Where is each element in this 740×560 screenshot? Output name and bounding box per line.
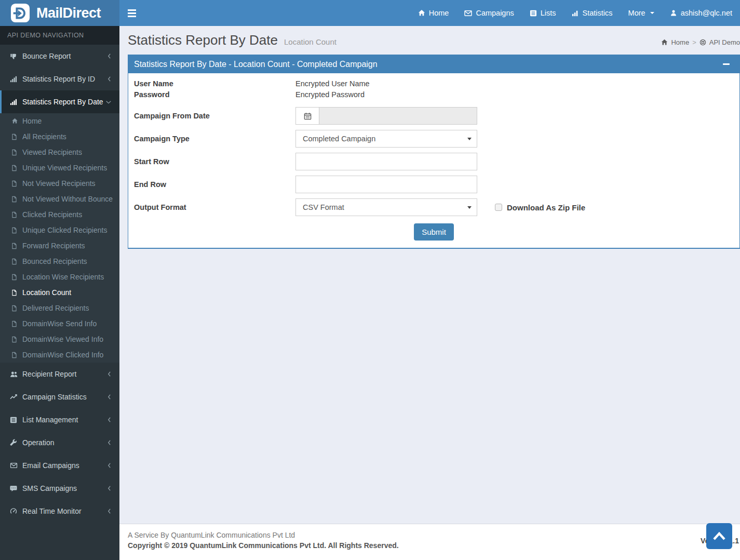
submit-button[interactable]: Submit — [414, 223, 454, 241]
home-icon — [11, 118, 18, 124]
sidebar-subitem-all-recipients[interactable]: All Recipients — [0, 129, 119, 144]
sidebar-subitem-delivered-recipients[interactable]: Delivered Recipients — [0, 300, 119, 316]
user-icon — [670, 9, 677, 17]
sidebar-subitem-viewed-recipients[interactable]: Viewed Recipients — [0, 144, 119, 160]
sidebar-subitem-clicked-recipients[interactable]: Clicked Recipients — [0, 207, 119, 222]
panel-body: User Name Encrypted User Name Password E… — [128, 73, 739, 248]
start-row-label: Start Row — [134, 157, 295, 166]
chevron-up-icon — [712, 530, 726, 542]
file-icon — [11, 258, 18, 265]
nav-lists[interactable]: Lists — [522, 0, 564, 26]
file-icon — [11, 243, 18, 249]
sidebar-item-email-campaigns[interactable]: Email Campaigns — [0, 454, 119, 477]
campaign-from-date-label: Campaign From Date — [134, 112, 295, 120]
calendar-icon — [304, 112, 312, 120]
chevron-left-icon — [107, 371, 112, 377]
campaign-from-date-input[interactable] — [319, 107, 477, 125]
sidebar-item-bounce-report[interactable]: Bounce Report — [0, 45, 119, 68]
nav-statistics[interactable]: Statistics — [564, 0, 621, 26]
sidebar-subitem-not-viewed-without-bounce[interactable]: Not Viewed Without Bounce — [0, 191, 119, 207]
breadcrumb-current: API Demo — [709, 38, 740, 46]
file-icon — [11, 211, 18, 218]
footer-copyright-line: Copyright © 2019 QuantumLink Communicati… — [128, 541, 740, 550]
select-caret-icon — [467, 206, 472, 209]
nav-campaigns[interactable]: Campaigns — [456, 0, 521, 26]
chevron-left-icon — [107, 508, 112, 514]
file-icon — [11, 165, 18, 171]
form-row-campaign-type: Campaign Type Completed Campaign — [134, 130, 734, 148]
campaign-type-select[interactable]: Completed Campaign — [295, 130, 477, 148]
chevron-left-icon — [107, 417, 112, 423]
sidebar-subitem-bounced-recipients[interactable]: Bounced Recipients — [0, 254, 119, 269]
sidebar-section-title: API DEMO NAVIGATION — [0, 26, 119, 45]
caret-down-icon — [650, 12, 654, 14]
sidebar-item-statistics-report-by-id[interactable]: Statistics Report By ID — [0, 68, 119, 90]
sidebar-item-recipient-report[interactable]: Recipient Report — [0, 363, 119, 385]
scroll-to-top-button[interactable] — [706, 523, 732, 549]
navbar-links: Home Campaigns Lists Statistics More — [410, 0, 740, 26]
end-row-label: End Row — [134, 180, 295, 189]
file-icon — [11, 196, 18, 203]
thumbs-down-icon — [10, 52, 18, 60]
nav-home[interactable]: Home — [410, 0, 457, 26]
list-icon — [10, 417, 18, 423]
top-navbar: MailDirect Home Campaigns Lists — [0, 0, 740, 26]
envelope-icon — [464, 10, 472, 17]
start-row-input[interactable] — [295, 153, 477, 170]
home-icon — [418, 9, 425, 17]
calendar-button[interactable] — [295, 107, 319, 125]
user-name-label: User Name — [134, 79, 295, 88]
nav-more[interactable]: More — [621, 0, 662, 26]
sidebar-subitem-domainwise-viewed-info[interactable]: DomainWise Viewed Info — [0, 331, 119, 347]
sidebar-item-campaign-statistics[interactable]: Campaign Statistics — [0, 385, 119, 408]
output-format-select[interactable]: CSV Format — [295, 198, 477, 216]
report-panel: Statistics Report By Date - Location Cou… — [128, 55, 740, 249]
form-row-campaign-from-date: Campaign From Date — [134, 107, 734, 125]
chevron-left-icon — [107, 394, 112, 400]
gauge-icon — [10, 508, 18, 515]
sidebar-subitem-location-count[interactable]: Location Count — [0, 285, 119, 300]
bar-chart-icon — [572, 10, 579, 17]
download-zip-checkbox[interactable] — [495, 204, 502, 211]
sidebar-subitem-forward-recipients[interactable]: Forward Recipients — [0, 238, 119, 254]
file-icon — [11, 352, 18, 358]
bar-chart-icon — [10, 76, 18, 83]
collapse-panel-button[interactable] — [723, 63, 734, 65]
output-format-label: Output Format — [134, 203, 295, 211]
brand-logo[interactable]: MailDirect — [0, 0, 119, 26]
sidebar-subitem-domainwise-send-info[interactable]: DomainWise Send Info — [0, 316, 119, 331]
download-zip-group: Download As Zip File — [495, 203, 585, 212]
sidebar-item-operation[interactable]: Operation — [0, 431, 119, 454]
sidebar-subitem-unique-clicked-recipients[interactable]: Unique Clicked Recipients — [0, 222, 119, 238]
file-icon — [11, 321, 18, 327]
sidebar-subitem-unique-viewed-recipients[interactable]: Unique Viewed Recipients — [0, 160, 119, 176]
nav-user-account[interactable]: ashish@qlc.net — [662, 0, 740, 26]
sidebar-item-real-time-monitor[interactable]: Real Time Monitor — [0, 500, 119, 523]
file-icon — [11, 336, 18, 343]
breadcrumb-home-link[interactable]: Home — [671, 38, 689, 46]
main-content: Statistics Report By Date Location Count… — [119, 26, 740, 524]
file-icon — [11, 149, 18, 156]
sidebar-item-statistics-report-by-date[interactable]: Statistics Report By Date — [0, 90, 119, 113]
password-value: Encrypted Password — [295, 90, 365, 99]
panel-heading: Statistics Report By Date - Location Cou… — [128, 55, 739, 73]
brand-name: MailDirect — [36, 5, 101, 21]
sidebar-item-sms-campaigns[interactable]: SMS Campaigns — [0, 477, 119, 500]
download-zip-label[interactable]: Download As Zip File — [507, 203, 585, 212]
sidebar-item-list-management[interactable]: List Management — [0, 408, 119, 431]
end-row-input[interactable] — [295, 176, 477, 193]
form-row-password: Password Encrypted Password — [134, 90, 734, 99]
submit-row: Submit — [134, 223, 734, 241]
file-icon — [11, 227, 18, 234]
chevron-left-icon — [107, 462, 112, 469]
sidebar-toggle-button[interactable] — [119, 0, 144, 26]
sidebar-subitem-domainwise-clicked-info[interactable]: DomainWise Clicked Info — [0, 347, 119, 363]
sidebar-subitem-home[interactable]: Home — [0, 113, 119, 129]
life-ring-icon — [699, 39, 706, 46]
page-title: Statistics Report By Date — [128, 32, 278, 48]
sidebar-subitem-not-viewed-recipients[interactable]: Not Viewed Recipients — [0, 176, 119, 191]
file-icon — [11, 289, 18, 296]
sidebar-subitem-location-wise-recipients[interactable]: Location Wise Recipients — [0, 269, 119, 285]
date-input-group — [295, 107, 477, 125]
file-icon — [11, 274, 18, 281]
